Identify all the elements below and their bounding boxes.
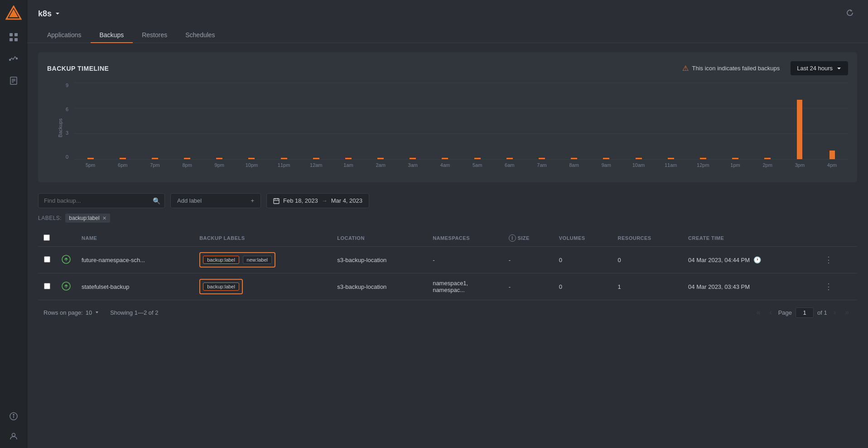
chart-x-label: 10am bbox=[622, 162, 655, 168]
pagination: « ‹ Page of 1 › » bbox=[753, 307, 852, 318]
row1-location: s3-backup-location bbox=[332, 247, 427, 273]
warning-icon: ⚠ bbox=[682, 64, 689, 73]
chart-warning: ⚠ This icon indicates failed backups bbox=[682, 64, 780, 73]
date-range[interactable]: Feb 18, 2023 → Mar 4, 2023 bbox=[266, 193, 369, 208]
tab-schedules[interactable]: Schedules bbox=[176, 28, 224, 43]
date-from: Feb 18, 2023 bbox=[283, 197, 318, 204]
row2-label-group: backup:label bbox=[199, 279, 243, 294]
row2-size: - bbox=[503, 273, 554, 300]
row2-resources: 1 bbox=[612, 273, 683, 300]
chart-bar-group bbox=[622, 83, 655, 159]
svg-point-6 bbox=[9, 59, 10, 61]
sidebar-item-reports[interactable] bbox=[7, 74, 20, 87]
row2-actions-button[interactable]: ⋮ bbox=[821, 280, 836, 293]
select-all-checkbox[interactable] bbox=[43, 234, 50, 241]
time-range-button[interactable]: Last 24 hours bbox=[791, 61, 848, 75]
row1-check-cell bbox=[38, 247, 56, 273]
backup-upload-icon bbox=[62, 255, 71, 264]
search-input[interactable] bbox=[38, 193, 165, 208]
y-label-6: 6 bbox=[66, 107, 68, 112]
row2-checkbox[interactable] bbox=[44, 283, 50, 289]
row1-label-backup[interactable]: backup:label bbox=[203, 256, 239, 264]
row2-icon-cell bbox=[56, 273, 76, 300]
rows-per-page-label: Rows on page: bbox=[43, 309, 83, 316]
sidebar-item-grid[interactable] bbox=[7, 31, 20, 44]
chart-x-label: 9pm bbox=[203, 162, 236, 168]
row1-volumes: 0 bbox=[554, 247, 612, 273]
labels-row: LABELS: backup:label ✕ bbox=[38, 214, 857, 223]
table-body: future-namespace-sch... backup:label new… bbox=[38, 247, 857, 300]
chart-zero-marker bbox=[539, 158, 545, 159]
y-label-9: 9 bbox=[66, 83, 68, 88]
svg-point-7 bbox=[16, 58, 17, 59]
tab-applications[interactable]: Applications bbox=[38, 28, 91, 43]
page-input[interactable] bbox=[796, 307, 814, 318]
chart-x-label: 6pm bbox=[106, 162, 139, 168]
date-separator: → bbox=[322, 197, 328, 204]
row1-actions-button[interactable]: ⋮ bbox=[821, 253, 836, 266]
row1-label-group: backup:label new:label bbox=[199, 252, 275, 268]
chart-y-labels: 9 6 3 0 bbox=[47, 83, 72, 160]
row1-checkbox[interactable] bbox=[44, 256, 50, 263]
chart-bar-group bbox=[332, 83, 364, 159]
tab-backups[interactable]: Backups bbox=[91, 28, 133, 43]
clock-icon[interactable]: 🕐 bbox=[753, 256, 761, 263]
col-header-volumes: VOLUMES bbox=[554, 230, 612, 247]
backups-table: NAME BACKUP LABELS LOCATION NAMESPACES i bbox=[38, 230, 857, 300]
chart-bar-group bbox=[300, 83, 332, 159]
cluster-name[interactable]: k8s bbox=[38, 9, 61, 19]
next-page-button[interactable]: › bbox=[831, 307, 839, 318]
chart-container: Backups 9 6 3 0 bbox=[47, 83, 848, 173]
table-row: statefulset-backup backup:label s3-backu… bbox=[38, 273, 857, 300]
row1-resources: 0 bbox=[612, 247, 683, 273]
chart-zero-marker bbox=[313, 158, 319, 159]
chart-bar-group bbox=[526, 83, 558, 159]
chart-bar-group bbox=[139, 83, 171, 159]
row2-location: s3-backup-location bbox=[332, 273, 427, 300]
row1-label-new[interactable]: new:label bbox=[243, 256, 272, 264]
chart-warning-text: This icon indicates failed backups bbox=[692, 65, 780, 72]
chart-header: BACKUP TIMELINE ⚠ This icon indicates fa… bbox=[47, 61, 848, 75]
chart-x-label: 9am bbox=[590, 162, 622, 168]
remove-label-button[interactable]: ✕ bbox=[102, 215, 106, 221]
sidebar-item-user[interactable] bbox=[7, 430, 20, 443]
chart-x-labels: 5pm6pm7pm8pm9pm10pm11pm12am1am2am3am4am5… bbox=[74, 160, 848, 168]
chart-bar-group bbox=[397, 83, 429, 159]
col-header-size: i SIZE bbox=[503, 230, 554, 247]
first-page-button[interactable]: « bbox=[753, 307, 763, 318]
cluster-name-label: k8s bbox=[38, 9, 52, 19]
chart-zero-marker bbox=[216, 158, 222, 159]
sidebar-item-info[interactable] bbox=[7, 410, 20, 423]
chart-bar-group bbox=[558, 83, 590, 159]
search-icon[interactable]: 🔍 bbox=[153, 197, 160, 205]
chart-bar-group bbox=[429, 83, 461, 159]
rows-per-page[interactable]: Rows on page: 10 bbox=[43, 309, 99, 316]
chart-x-label: 7am bbox=[526, 162, 558, 168]
size-info-icon[interactable]: i bbox=[509, 234, 516, 242]
active-label-text: backup:label bbox=[69, 215, 99, 221]
chevron-down-icon bbox=[95, 310, 99, 315]
chart-x-label: 4am bbox=[429, 162, 461, 168]
table-row: future-namespace-sch... backup:label new… bbox=[38, 247, 857, 273]
prev-page-button[interactable]: ‹ bbox=[767, 307, 774, 318]
sidebar-bottom bbox=[7, 410, 20, 443]
last-page-button[interactable]: » bbox=[842, 307, 852, 318]
logo[interactable] bbox=[5, 5, 22, 22]
tab-restores[interactable]: Restores bbox=[133, 28, 176, 43]
sidebar-item-monitor[interactable] bbox=[7, 53, 20, 65]
row1-label-row1: backup:label new:label bbox=[202, 255, 273, 265]
add-label-button[interactable]: Add label + bbox=[170, 193, 261, 208]
row2-name: statefulset-backup bbox=[76, 273, 194, 300]
row1-labels-cell: backup:label new:label bbox=[194, 247, 332, 273]
chart-zero-marker bbox=[410, 158, 416, 159]
svg-rect-4 bbox=[10, 38, 13, 41]
chart-bar-group bbox=[655, 83, 687, 159]
chart-zero-marker bbox=[668, 158, 674, 159]
chart-zero-marker bbox=[87, 158, 94, 159]
chart-x-label: 8am bbox=[558, 162, 590, 168]
chart-x-label: 7pm bbox=[139, 162, 171, 168]
add-label-icon: + bbox=[251, 197, 254, 204]
refresh-button[interactable] bbox=[843, 5, 857, 22]
content: BACKUP TIMELINE ⚠ This icon indicates fa… bbox=[27, 43, 868, 448]
row2-label-backup[interactable]: backup:label bbox=[203, 282, 239, 291]
